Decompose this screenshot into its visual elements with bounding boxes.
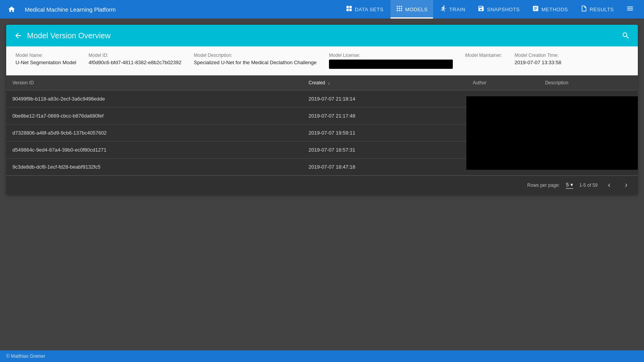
table-row[interactable]: 90499f9b-b118-a83c-2ecf-3a6c9498edde2019… [6, 90, 638, 108]
nav-item-datasets[interactable]: DATA SETS [340, 0, 389, 19]
cell-created: 2019-07-07 18:57:31 [302, 142, 466, 159]
pagination-bar: Rows per page: 5 ▾ 1-5 of 59 [6, 176, 638, 195]
model-desc-value: Specialized U-Net for the Medical Declat… [194, 60, 317, 65]
nav-item-models[interactable]: MODELS [391, 0, 433, 19]
nav-item-snapshots[interactable]: SNAPSHOTS [472, 0, 525, 19]
model-desc-label: Model Description: [194, 53, 317, 58]
search-button[interactable] [622, 31, 630, 40]
table-body: 90499f9b-b118-a83c-2ecf-3a6c9498edde2019… [6, 90, 638, 176]
back-button[interactable] [14, 31, 22, 40]
nav-item-methods[interactable]: METHODS [527, 0, 574, 19]
nav-label-datasets: DATA SETS [355, 7, 384, 12]
content-wrapper: Model Version Overview Model Name: U-Net… [0, 19, 644, 350]
rows-per-page-label: Rows per page: [527, 183, 560, 188]
nav-label-results: RESULTS [590, 7, 614, 12]
info-model-license: Model License: [329, 53, 453, 69]
cell-created: 2019-07-07 21:18:14 [302, 90, 466, 108]
app-brand: Medical Machine Learning Platform [20, 6, 120, 13]
model-name-value: U-Net Segmentation Model [15, 60, 76, 65]
nav-item-train[interactable]: TRAIN [435, 0, 471, 19]
model-info-bar: Model Name: U-Net Segmentation Model Mod… [6, 46, 638, 75]
col-header-version-id: Version ID [6, 75, 302, 90]
nav-label-methods: METHODS [541, 7, 568, 12]
methods-icon [532, 5, 539, 14]
datasets-icon [346, 5, 353, 14]
nav-label-train: TRAIN [449, 7, 466, 12]
footer: © Matthias Greiner [0, 350, 644, 362]
model-creation-value: 2019-07-07 13:33:58 [514, 60, 561, 65]
cell-version-id: d7328806-a48f-a5d9-9cb6-137bc4057602 [6, 125, 302, 142]
model-license-value [329, 60, 453, 69]
card-header: Model Version Overview [6, 25, 638, 46]
info-model-desc: Model Description: Specialized U-Net for… [194, 53, 317, 69]
prev-page-button[interactable] [604, 180, 615, 191]
redacted-overlay [466, 96, 638, 170]
cell-author [466, 90, 638, 176]
info-model-maintainer: Model Maintainer: [465, 53, 502, 69]
cell-created: 2019-07-07 19:59:11 [302, 125, 466, 142]
model-creation-label: Model Creation Time: [514, 53, 561, 58]
page-title: Model Version Overview [27, 31, 622, 40]
cell-version-id: 0be8be12-f1a7-0669-cbcc-b876da680fef [6, 108, 302, 125]
model-id-value: 4f0d90c6-bfd7-4811-8382-e8b2c7b02392 [89, 60, 182, 65]
model-name-label: Model Name: [15, 53, 76, 58]
info-model-name: Model Name: U-Net Segmentation Model [15, 53, 76, 69]
copyright-text: © Matthias Greiner [6, 353, 45, 359]
next-page-button[interactable] [621, 180, 632, 191]
col-header-author: Author [466, 75, 539, 90]
page-info: 1-5 of 59 [579, 183, 598, 188]
info-model-id: Model ID: 4f0d90c6-bfd7-4811-8382-e8b2c7… [89, 53, 182, 69]
rows-per-page-value: 5 [566, 182, 569, 188]
home-button[interactable] [5, 5, 19, 13]
rows-dropdown-icon: ▾ [570, 182, 573, 188]
info-model-creation: Model Creation Time: 2019-07-07 13:33:58 [514, 53, 561, 69]
versions-table: Version ID Created ↓ Author Description … [6, 75, 638, 176]
model-maintainer-label: Model Maintainer: [465, 53, 502, 58]
model-license-label: Model License: [329, 53, 453, 58]
versions-table-container: Version ID Created ↓ Author Description … [6, 75, 638, 176]
home-icon [8, 5, 15, 13]
snapshots-icon [478, 5, 485, 14]
col-header-description: Description [539, 75, 638, 90]
top-navigation: Medical Machine Learning Platform DATA S… [0, 0, 644, 19]
train-icon [440, 5, 447, 14]
col-header-created[interactable]: Created ↓ [302, 75, 466, 90]
cell-version-id: 9c3de8db-dcf8-1ecf-fd28-beabf9132fc5 [6, 159, 302, 176]
table-header: Version ID Created ↓ Author Description [6, 75, 638, 90]
rows-per-page-select[interactable]: 5 ▾ [566, 182, 573, 189]
nav-item-results[interactable]: RESULTS [575, 0, 620, 19]
nav-label-snapshots: SNAPSHOTS [487, 7, 520, 12]
nav-menu-button[interactable] [621, 5, 639, 14]
model-id-label: Model ID: [89, 53, 182, 58]
cell-created: 2019-07-07 18:47:18 [302, 159, 466, 176]
sort-arrow-icon: ↓ [328, 80, 330, 85]
cell-version-id: d549864c-9ed4-87a4-39b0-ec0f80cd1271 [6, 142, 302, 159]
main-card: Model Version Overview Model Name: U-Net… [6, 25, 638, 195]
models-icon [396, 5, 403, 14]
results-icon [581, 5, 587, 14]
nav-label-models: MODELS [405, 7, 428, 12]
cell-version-id: 90499f9b-b118-a83c-2ecf-3a6c9498edde [6, 90, 302, 108]
cell-created: 2019-07-07 21:17:48 [302, 108, 466, 125]
